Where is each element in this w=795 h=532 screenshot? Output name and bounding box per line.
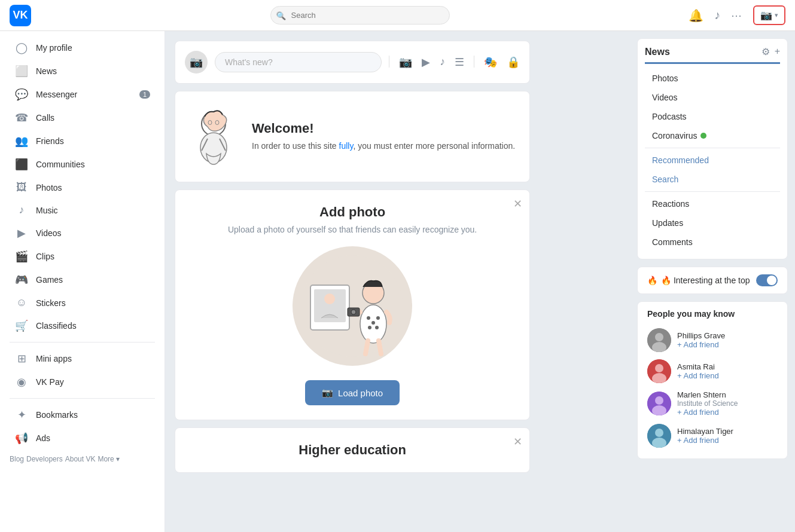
- sidebar-item-communities[interactable]: ⬛ Communities: [5, 153, 160, 176]
- interesting-toggle[interactable]: [756, 274, 778, 286]
- sidebar-item-mini-apps[interactable]: ⊞ Mini apps: [5, 347, 160, 370]
- news-item-comments[interactable]: Comments: [645, 233, 780, 252]
- grid-icon[interactable]: ⋯: [731, 9, 742, 22]
- svg-point-31: [655, 429, 663, 437]
- person-name-2: Marlen Shtern: [677, 390, 738, 399]
- dropdown-arrow: ▾: [775, 11, 778, 19]
- sidebar-item-my-profile[interactable]: ◯ My profile: [5, 36, 160, 59]
- news-item-recommended[interactable]: Recommended: [645, 151, 780, 170]
- welcome-text: Welcome! In order to use this site fully…: [252, 121, 515, 152]
- news-item-videos-label: Videos: [652, 93, 678, 102]
- sidebar-item-news[interactable]: ⬜ News: [5, 60, 160, 82]
- higher-ed-close[interactable]: ✕: [513, 435, 522, 448]
- person-avatar-0: [647, 328, 671, 352]
- post-icons: 📷 ▶ ♪ ☰ 🎭 🔒: [389, 56, 520, 69]
- post-emoji-icon[interactable]: 🎭: [484, 56, 497, 69]
- footer-link-more[interactable]: More ▾: [98, 455, 120, 463]
- sidebar-item-classifieds[interactable]: 🛒 Classifieds: [5, 314, 160, 337]
- sidebar-label-stickers: Stickers: [36, 298, 66, 308]
- svg-line-20: [379, 341, 381, 354]
- sidebar-item-games[interactable]: 🎮 Games: [5, 268, 160, 291]
- higher-ed-card: ✕ Higher education: [175, 427, 530, 473]
- notifications-icon[interactable]: 🔔: [689, 8, 703, 23]
- welcome-title: Welcome!: [252, 121, 515, 136]
- interesting-panel: 🔥 🔥 Interesting at the top: [637, 267, 788, 294]
- post-lock-icon[interactable]: 🔒: [507, 56, 520, 69]
- post-input[interactable]: What's new?: [215, 52, 382, 72]
- post-photo-icon[interactable]: 📷: [399, 56, 412, 69]
- news-item-reactions[interactable]: Reactions: [645, 194, 780, 213]
- sidebar-item-music[interactable]: ♪ Music: [5, 199, 160, 221]
- sidebar-label-news: News: [36, 66, 57, 76]
- person-item-3: Himalayan Tiger + Add friend: [645, 420, 780, 451]
- sidebar-item-bookmarks[interactable]: ✦ Bookmarks: [5, 403, 160, 426]
- load-photo-label: Load photo: [338, 388, 383, 398]
- svg-point-14: [376, 316, 380, 320]
- camera-button[interactable]: 📷 ▾: [753, 5, 785, 25]
- mini-apps-icon: ⊞: [14, 352, 29, 365]
- search-input[interactable]: [270, 6, 450, 25]
- news-header-actions: ⚙ +: [762, 46, 780, 57]
- sidebar-item-calls[interactable]: ☎ Calls: [5, 106, 160, 129]
- sidebar-label-mini-apps: Mini apps: [36, 354, 72, 363]
- svg-point-25: [655, 364, 663, 372]
- sidebar-item-stickers[interactable]: ☺ Stickers: [5, 292, 160, 314]
- sidebar-label-videos: Videos: [36, 228, 62, 238]
- sidebar-footer: Blog Developers About VK More ▾: [0, 450, 165, 468]
- load-photo-camera-icon: 📷: [322, 387, 333, 398]
- add-photo-subtitle: Upload a photo of yourself so that frien…: [190, 225, 515, 234]
- svg-point-18: [351, 310, 356, 314]
- svg-point-4: [208, 121, 212, 125]
- sidebar-label-ads: Ads: [36, 433, 50, 443]
- welcome-text-after: , you must enter more personal informati…: [353, 141, 515, 151]
- welcome-description: In order to use this site fully, you mus…: [252, 140, 515, 152]
- sidebar-item-vk-pay[interactable]: ◉ VK Pay: [5, 371, 160, 393]
- footer-link-about[interactable]: About VK: [65, 455, 96, 463]
- post-divider2: [474, 56, 474, 68]
- load-photo-button[interactable]: 📷 Load photo: [305, 380, 400, 405]
- sidebar-item-messenger[interactable]: 💬 Messenger 1: [5, 83, 160, 106]
- welcome-link[interactable]: fully: [339, 141, 354, 151]
- footer-link-developers[interactable]: Developers: [26, 455, 63, 463]
- news-item-updates-label: Updates: [652, 218, 683, 228]
- sidebar-label-vk-pay: VK Pay: [36, 377, 64, 387]
- people-title: People you may know: [645, 309, 780, 319]
- news-filter-icon[interactable]: ⚙: [762, 46, 770, 57]
- sidebar-item-photos[interactable]: 🖼 Photos: [5, 176, 160, 198]
- post-text-icon[interactable]: ☰: [455, 56, 464, 69]
- vk-logo[interactable]: VK: [10, 5, 31, 26]
- post-music-icon[interactable]: ♪: [440, 56, 445, 69]
- sidebar-item-ads[interactable]: 📢 Ads: [5, 427, 160, 450]
- news-item-videos[interactable]: Videos: [645, 88, 780, 107]
- person-info-3: Himalayan Tiger + Add friend: [677, 427, 733, 445]
- svg-point-5: [215, 121, 219, 125]
- profile-icon: ◯: [14, 41, 29, 54]
- news-add-icon[interactable]: +: [775, 46, 780, 57]
- add-photo-close[interactable]: ✕: [513, 197, 522, 210]
- news-item-podcasts[interactable]: Podcasts: [645, 107, 780, 126]
- news-item-search[interactable]: Search: [645, 170, 780, 189]
- person-add-1[interactable]: + Add friend: [677, 371, 719, 380]
- news-item-coronavirus[interactable]: Coronavirus: [645, 126, 780, 145]
- svg-point-28: [655, 396, 663, 405]
- person-add-0[interactable]: + Add friend: [677, 340, 725, 349]
- post-video-icon[interactable]: ▶: [422, 56, 430, 69]
- sidebar-label-music: Music: [36, 206, 58, 215]
- sidebar-item-friends[interactable]: 👥 Friends: [5, 130, 160, 152]
- person-add-3[interactable]: + Add friend: [677, 436, 733, 445]
- person-sub-2: Institute of Science: [677, 399, 738, 408]
- sidebar-item-clips[interactable]: 🎬 Clips: [5, 245, 160, 268]
- music-icon[interactable]: ♪: [714, 8, 720, 22]
- sidebar-label-clips: Clips: [36, 252, 54, 261]
- welcome-card: Welcome! In order to use this site fully…: [175, 91, 530, 182]
- footer-link-blog[interactable]: Blog: [10, 455, 24, 463]
- person-avatar-3: [647, 424, 671, 448]
- news-item-photos[interactable]: Photos: [645, 69, 780, 88]
- ads-icon: 📢: [14, 432, 29, 445]
- videos-icon: ▶: [14, 227, 29, 240]
- svg-point-22: [655, 333, 663, 341]
- person-info-2: Marlen Shtern Institute of Science + Add…: [677, 390, 738, 417]
- sidebar-item-videos[interactable]: ▶ Videos: [5, 222, 160, 244]
- person-add-2[interactable]: + Add friend: [677, 408, 738, 417]
- news-item-updates[interactable]: Updates: [645, 213, 780, 233]
